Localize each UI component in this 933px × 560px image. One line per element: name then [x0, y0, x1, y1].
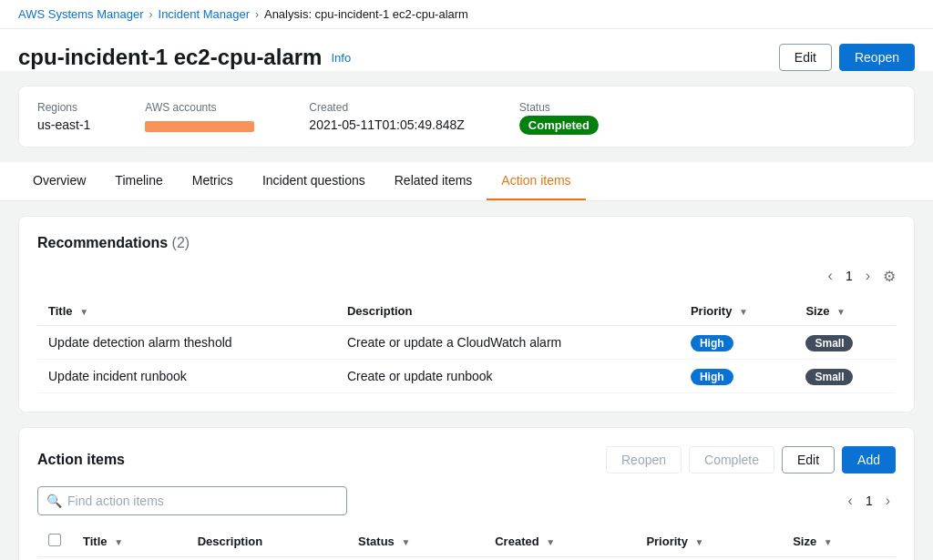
breadcrumb: AWS Systems Manager › Incident Manager ›… — [0, 0, 933, 29]
created-value: 2021-05-11T01:05:49.848Z — [309, 117, 464, 132]
row2-size: Small — [795, 360, 896, 393]
sort-ai-status-icon: ▼ — [401, 537, 410, 547]
breadcrumb-current: Analysis: cpu-incident-1 ec2-cpu-alarm — [264, 7, 468, 21]
aws-accounts-field: AWS accounts — [145, 101, 254, 132]
regions-field: Regions us-east-1 — [37, 101, 90, 132]
action-items-title: Action items — [37, 452, 125, 468]
tab-action-items[interactable]: Action items — [487, 162, 585, 200]
action-items-panel: Action items Reopen Complete Edit Add 🔍 … — [18, 427, 915, 560]
tab-timeline[interactable]: Timeline — [100, 162, 177, 200]
action-next-page-button[interactable]: › — [880, 491, 896, 511]
search-and-pagination-row: 🔍 ‹ 1 › — [37, 486, 896, 515]
no-items-text: No action items — [37, 557, 896, 561]
action-page-number: 1 — [866, 494, 873, 508]
row2-description: Create or update runbook — [336, 360, 680, 393]
col-ai-description: Description — [187, 526, 347, 557]
edit-action-button[interactable]: Edit — [782, 446, 835, 473]
tab-overview[interactable]: Overview — [18, 162, 100, 200]
row1-priority: High — [680, 326, 795, 360]
search-icon: 🔍 — [46, 494, 62, 508]
sort-priority-icon: ▼ — [739, 307, 748, 317]
priority-badge-high-2: High — [691, 369, 733, 385]
action-items-header: Action items Reopen Complete Edit Add — [37, 446, 896, 473]
breadcrumb-sep-1: › — [149, 8, 153, 21]
action-items-pagination: ‹ 1 › — [843, 491, 896, 511]
tabs-container: Overview Timeline Metrics Incident quest… — [0, 162, 933, 201]
prev-page-button[interactable]: ‹ — [823, 266, 838, 286]
complete-action-button[interactable]: Complete — [689, 446, 774, 473]
col-size: Size ▼ — [795, 297, 896, 326]
regions-label: Regions — [37, 101, 90, 114]
search-input[interactable] — [37, 486, 347, 515]
sort-ai-priority-icon: ▼ — [695, 537, 704, 547]
tab-related-items[interactable]: Related items — [380, 162, 487, 200]
col-ai-title: Title ▼ — [72, 526, 187, 557]
table-row: Update detection alarm theshold Create o… — [37, 326, 896, 360]
row2-title: Update incident runbook — [37, 360, 336, 393]
settings-icon[interactable]: ⚙ — [883, 268, 896, 285]
priority-badge-high: High — [691, 335, 733, 351]
row1-description: Create or update a CloudWatch alarm — [336, 326, 680, 360]
row1-size: Small — [795, 326, 896, 360]
col-ai-size: Size ▼ — [782, 526, 896, 557]
page-title: cpu-incident-1 ec2-cpu-alarm — [18, 45, 322, 70]
sort-size-icon: ▼ — [836, 307, 846, 317]
action-items-table: Title ▼ Description Status ▼ Created ▼ — [37, 526, 896, 560]
add-action-button[interactable]: Add — [842, 446, 896, 473]
created-label: Created — [309, 101, 464, 114]
status-badge: Completed — [519, 116, 599, 135]
tab-metrics[interactable]: Metrics — [178, 162, 248, 200]
table-row: Update incident runbook Create or update… — [37, 360, 896, 393]
action-items-buttons: Reopen Complete Edit Add — [606, 446, 896, 473]
sort-ai-created-icon: ▼ — [546, 537, 555, 547]
reopen-action-button[interactable]: Reopen — [606, 446, 682, 473]
breadcrumb-incident-manager[interactable]: Incident Manager — [159, 7, 250, 21]
size-badge-small: Small — [805, 335, 853, 351]
col-select — [37, 526, 72, 557]
status-label: Status — [519, 101, 599, 114]
action-prev-page-button[interactable]: ‹ — [843, 491, 858, 511]
col-ai-priority: Priority ▼ — [635, 526, 782, 557]
edit-button[interactable]: Edit — [779, 44, 832, 71]
row2-priority: High — [680, 360, 795, 393]
page-header: cpu-incident-1 ec2-cpu-alarm Info Edit R… — [0, 29, 933, 71]
created-field: Created 2021-05-11T01:05:49.848Z — [309, 101, 464, 132]
aws-accounts-label: AWS accounts — [145, 101, 254, 114]
recommendations-title: Recommendations (2) — [37, 235, 896, 251]
tab-incident-questions[interactable]: Incident questions — [248, 162, 380, 200]
col-ai-status: Status ▼ — [347, 526, 484, 557]
info-link[interactable]: Info — [331, 51, 351, 65]
next-page-button[interactable]: › — [860, 266, 876, 286]
sort-title-icon: ▼ — [79, 307, 88, 317]
breadcrumb-sep-2: › — [255, 8, 259, 21]
page-number: 1 — [846, 269, 853, 283]
regions-value: us-east-1 — [37, 117, 90, 132]
aws-accounts-bar — [145, 121, 254, 132]
no-items-row: No action items — [37, 557, 896, 561]
recommendations-pagination: ‹ 1 › ⚙ — [37, 266, 896, 286]
recommendations-count: (2) — [172, 235, 190, 250]
sort-ai-size-icon: ▼ — [824, 537, 833, 547]
col-priority: Priority ▼ — [680, 297, 795, 326]
content-area: Recommendations (2) ‹ 1 › ⚙ Title ▼ Desc… — [0, 216, 933, 560]
col-ai-created: Created ▼ — [484, 526, 635, 557]
search-wrapper: 🔍 — [37, 486, 347, 515]
size-badge-small-2: Small — [805, 369, 853, 385]
info-card: Regions us-east-1 AWS accounts Created 2… — [18, 86, 915, 148]
recommendations-table: Title ▼ Description Priority ▼ Size ▼ — [37, 297, 896, 393]
breadcrumb-aws-systems-manager[interactable]: AWS Systems Manager — [18, 7, 144, 21]
col-description: Description — [336, 297, 680, 326]
status-field: Status Completed — [519, 101, 599, 132]
recommendations-panel: Recommendations (2) ‹ 1 › ⚙ Title ▼ Desc… — [18, 216, 915, 412]
row1-title: Update detection alarm theshold — [37, 326, 336, 360]
col-title: Title ▼ — [37, 297, 336, 326]
reopen-button[interactable]: Reopen — [839, 44, 915, 71]
sort-ai-title-icon: ▼ — [114, 537, 123, 547]
select-all-checkbox[interactable] — [48, 534, 61, 546]
